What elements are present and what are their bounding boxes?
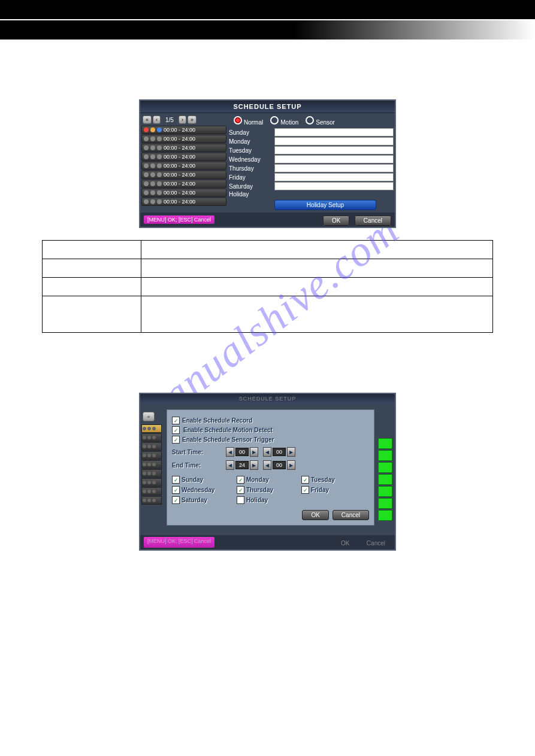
inc-start-min[interactable]: ▶ [287,447,295,457]
top-bar-1 [0,0,535,19]
day-bar-sunday[interactable] [274,128,394,136]
thumb-row[interactable] [141,424,162,433]
motion-icon [150,127,155,132]
thumb-row[interactable] [141,478,162,487]
time-range: 00:00 - 24:00 [164,163,195,169]
checkbox-holiday[interactable] [237,496,244,504]
start-time-label: Start Time: [172,449,226,456]
day-bar-tuesday[interactable] [274,146,394,154]
checkbox-enable-record[interactable] [172,417,180,424]
footer-cancel-dim: Cancel [361,539,391,548]
schedule-row[interactable]: 00:00 - 24:00 [141,198,226,206]
checkbox-tuesday[interactable] [301,476,309,484]
mode-normal[interactable]: Normal [234,116,263,126]
table-cell [43,259,141,278]
dec-start-hour[interactable]: ◀ [226,447,234,457]
schedule-row[interactable]: 00:00 - 24:00 [141,126,226,134]
day-bar-thursday[interactable] [274,164,394,172]
mode-motion[interactable]: Motion [270,116,298,126]
thumb-row[interactable] [141,433,162,442]
schedule-row[interactable]: 00:00 - 24:00 [141,144,226,152]
motion-icon [150,145,155,150]
thumb-row[interactable] [141,487,162,496]
label-wednesday: Wednesday [182,487,214,493]
person-icon [144,172,149,177]
day-bar-friday[interactable] [274,173,394,181]
green-bar [378,438,392,449]
green-bar [378,462,392,473]
motion-icon [150,154,155,159]
ok-button[interactable]: OK [323,215,349,226]
radio-icon [306,116,314,125]
day-label-sunday: Sunday [229,129,271,136]
time-range: 00:00 - 24:00 [164,199,195,205]
thumb-row[interactable] [141,496,162,505]
bell-icon [157,181,162,186]
thumb-row[interactable] [141,442,162,451]
schedule-row[interactable]: 00:00 - 24:00 [141,135,226,143]
dec-end-min[interactable]: ◀ [263,460,271,470]
end-hour-value: 24 [235,461,249,469]
green-bar [378,510,392,521]
checkbox-friday[interactable] [301,486,309,494]
end-time-label: End Time: [172,462,226,469]
motion-icon [150,172,155,177]
day-bar-wednesday[interactable] [274,155,394,163]
nav-first-icon[interactable]: « [143,412,155,421]
footer-hint: [MENU] OK; [ESC] Cancel [144,215,214,224]
bell-icon [157,199,162,204]
motion-icon [150,136,155,141]
thumb-row[interactable] [141,469,162,478]
checkbox-enable-sensor[interactable] [172,436,180,444]
person-icon [144,190,149,195]
cancel-button[interactable]: Cancel [355,215,391,226]
bell-icon [157,163,162,168]
day-bar-monday[interactable] [274,137,394,145]
holiday-setup-button[interactable]: Holiday Setup [274,200,376,210]
checkbox-thursday[interactable] [237,486,244,494]
schedule-row[interactable]: 00:00 - 24:00 [141,171,226,179]
next-page-button[interactable]: › [179,116,186,124]
green-bar [378,486,392,497]
dec-end-hour[interactable]: ◀ [226,460,234,470]
schedule-row[interactable]: 00:00 - 24:00 [141,153,226,161]
bell-icon [157,190,162,195]
green-bar [378,450,392,461]
footer-ok-dim: OK [335,539,355,548]
thumb-row[interactable] [141,451,162,460]
checkbox-sunday[interactable] [172,476,180,484]
last-page-button[interactable]: » [188,116,197,124]
person-icon [144,127,149,132]
label-sunday: Sunday [182,476,203,483]
day-bar-saturday[interactable] [274,182,394,190]
day-label-friday: Friday [229,174,271,181]
person-icon [144,154,149,159]
inc-end-min[interactable]: ▶ [287,460,295,470]
thumb-row[interactable] [141,460,162,469]
schedule-row[interactable]: 00:00 - 24:00 [141,189,226,197]
checkbox-enable-motion[interactable] [172,426,180,434]
prev-page-button[interactable]: ‹ [153,116,161,124]
dec-start-min[interactable]: ◀ [263,447,271,457]
checkbox-monday[interactable] [237,476,244,484]
popup-title: SCHEDULE SETUP [140,394,395,403]
popup-cancel-button[interactable]: Cancel [333,510,369,520]
mode-sensor[interactable]: Sensor [306,116,335,126]
bell-icon [157,154,162,159]
schedule-row[interactable]: 00:00 - 24:00 [141,162,226,170]
inc-end-hour[interactable]: ▶ [250,460,258,470]
inc-start-hour[interactable]: ▶ [250,447,258,457]
time-range: 00:00 - 24:00 [164,181,195,187]
schedule-setup-window: SCHEDULE SETUP « ‹ 1/5 › » 00:00 - 24:00… [139,99,396,228]
person-icon [144,145,149,150]
label-enable-record: Enable Schedule Record [182,417,252,424]
checkbox-saturday[interactable] [172,496,180,504]
day-label-holiday: Holiday [229,191,271,198]
checkbox-wednesday[interactable] [172,486,180,494]
schedule-row[interactable]: 00:00 - 24:00 [141,180,226,188]
time-range: 00:00 - 24:00 [164,190,195,196]
first-page-button[interactable]: « [143,116,152,124]
bell-icon [157,172,162,177]
description-table: ItemDescription [42,240,493,333]
popup-ok-button[interactable]: OK [302,510,328,520]
